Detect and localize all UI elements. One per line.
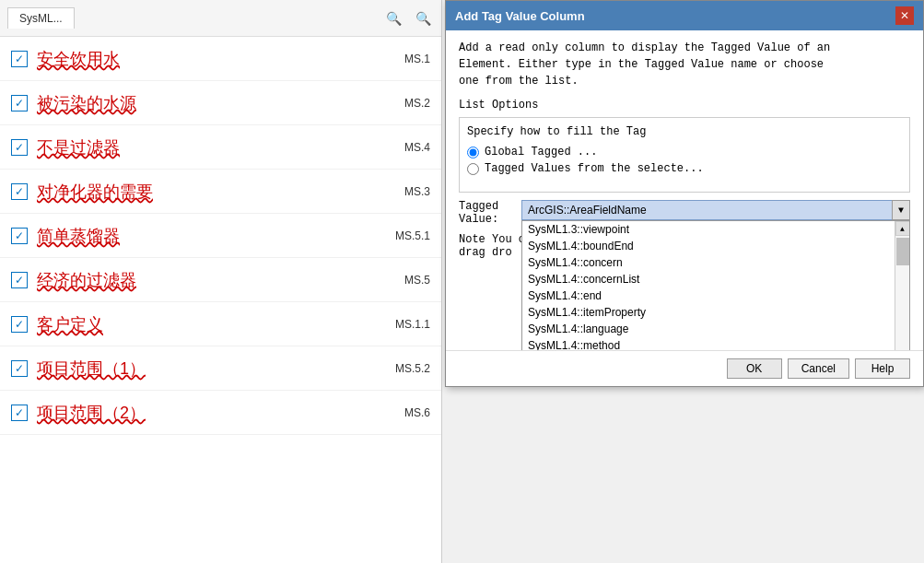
item-text: 客户定义 bbox=[37, 313, 388, 335]
item-checkbox[interactable]: ✓ bbox=[11, 51, 28, 67]
item-checkbox[interactable]: ✓ bbox=[11, 272, 28, 288]
radio-input[interactable] bbox=[467, 163, 479, 175]
add-tag-dialog: Add Tag Value Column ✕ Add a read only c… bbox=[445, 0, 924, 387]
item-text: 对净化器的需要 bbox=[37, 181, 397, 203]
tagged-section: Tagged Value: ▼ SysML1.3::viewpointSysML… bbox=[459, 200, 910, 226]
dropdown-item[interactable]: SysML1.3::viewpoint bbox=[522, 221, 909, 238]
specify-label: Specify how to fill the Tag bbox=[467, 125, 902, 138]
cancel-button[interactable]: Cancel bbox=[788, 358, 849, 379]
items-list: ✓ 安全饮用水 MS.1 ✓ 被污染的水源 MS.2 ✓ 不是过滤器 MS.4 … bbox=[0, 37, 441, 435]
dialog-buttons: OKCancelHelp bbox=[446, 350, 923, 386]
scrollbar[interactable]: ▲ bbox=[895, 221, 909, 350]
item-code: MS.1.1 bbox=[395, 318, 430, 331]
dropdown-item[interactable]: SysML1.4::method bbox=[522, 337, 909, 350]
tagged-label: Tagged Value: bbox=[459, 200, 514, 226]
item-text: 项目范围（2） bbox=[37, 402, 397, 424]
item-text: 安全饮用水 bbox=[37, 48, 397, 70]
item-text: 简单蒸馏器 bbox=[37, 225, 388, 247]
search-icons-group: 🔍 🔍 bbox=[382, 7, 434, 29]
list-item[interactable]: ✓ 客户定义 MS.1.1 bbox=[0, 302, 441, 346]
tagged-input-container: ▼ SysML1.3::viewpointSysML1.4::boundEndS… bbox=[521, 200, 910, 220]
tagged-value-input[interactable] bbox=[521, 200, 910, 220]
item-checkbox[interactable]: ✓ bbox=[11, 139, 28, 156]
dialog-title: Add Tag Value Column bbox=[455, 9, 585, 23]
dialog-description: Add a read only column to display the Ta… bbox=[459, 40, 910, 89]
dropdown-item[interactable]: SysML1.4::language bbox=[522, 321, 909, 337]
panel-header: SysML... 🔍 🔍 bbox=[0, 0, 441, 37]
dropdown-list: SysML1.3::viewpointSysML1.4::boundEndSys… bbox=[521, 220, 910, 350]
ok-button[interactable]: OK bbox=[727, 358, 782, 379]
radio-item[interactable]: Global Tagged ... bbox=[467, 146, 902, 158]
item-code: MS.4 bbox=[404, 141, 430, 154]
item-checkbox[interactable]: ✓ bbox=[11, 95, 28, 111]
list-item[interactable]: ✓ 被污染的水源 MS.2 bbox=[0, 81, 441, 125]
dropdown-arrow-button[interactable]: ▼ bbox=[892, 200, 910, 220]
search-icon-right[interactable]: 🔍 bbox=[412, 7, 434, 29]
close-button[interactable]: ✕ bbox=[895, 6, 914, 25]
list-item[interactable]: ✓ 不是过滤器 MS.4 bbox=[0, 125, 441, 170]
dropdown-item[interactable]: SysML1.4::concern bbox=[522, 254, 909, 271]
list-options-label: List Options bbox=[459, 99, 910, 111]
dropdown-item[interactable]: SysML1.4::concernList bbox=[522, 271, 909, 287]
item-code: MS.1 bbox=[404, 53, 430, 65]
scroll-thumb[interactable] bbox=[896, 238, 909, 265]
left-panel: SysML... 🔍 🔍 ✓ 安全饮用水 MS.1 ✓ 被污染的水源 MS.2 … bbox=[0, 0, 442, 563]
radio-label: Global Tagged ... bbox=[485, 146, 597, 158]
list-item[interactable]: ✓ 项目范围（1） MS.5.2 bbox=[0, 346, 441, 391]
radio-group: Global Tagged ... Tagged Values from the… bbox=[467, 146, 902, 175]
dropdown-item[interactable]: SysML1.4::itemProperty bbox=[522, 304, 909, 321]
item-text: 被污染的水源 bbox=[37, 92, 397, 114]
radio-label: Tagged Values from the selecte... bbox=[485, 162, 704, 175]
dropdown-item[interactable]: SysML1.4::end bbox=[522, 287, 909, 304]
sysml-tab[interactable]: SysML... bbox=[7, 7, 75, 29]
dialog-title-bar: Add Tag Value Column ✕ bbox=[446, 1, 923, 30]
item-text: 项目范围（1） bbox=[37, 358, 388, 380]
item-checkbox[interactable]: ✓ bbox=[11, 316, 28, 333]
radio-input[interactable] bbox=[467, 147, 479, 158]
item-text: 经济的过滤器 bbox=[37, 269, 397, 291]
list-item[interactable]: ✓ 对净化器的需要 MS.3 bbox=[0, 170, 441, 214]
list-item[interactable]: ✓ 项目范围（2） MS.6 bbox=[0, 391, 441, 435]
list-item[interactable]: ✓ 经济的过滤器 MS.5 bbox=[0, 258, 441, 302]
dialog-body: Add a read only column to display the Ta… bbox=[446, 30, 923, 350]
help-button[interactable]: Help bbox=[855, 358, 910, 379]
radio-item[interactable]: Tagged Values from the selecte... bbox=[467, 162, 902, 175]
item-code: MS.5 bbox=[404, 274, 430, 287]
item-checkbox[interactable]: ✓ bbox=[11, 183, 28, 200]
item-code: MS.3 bbox=[404, 185, 430, 198]
scroll-up-button[interactable]: ▲ bbox=[895, 221, 910, 236]
search-icon-left[interactable]: 🔍 bbox=[382, 7, 404, 29]
item-code: MS.6 bbox=[404, 406, 430, 419]
item-code: MS.5.2 bbox=[395, 362, 430, 375]
list-item[interactable]: ✓ 安全饮用水 MS.1 bbox=[0, 37, 441, 81]
item-code: MS.5.1 bbox=[395, 229, 430, 242]
scroll-track[interactable] bbox=[895, 236, 909, 350]
item-checkbox[interactable]: ✓ bbox=[11, 360, 28, 377]
list-item[interactable]: ✓ 简单蒸馏器 MS.5.1 bbox=[0, 214, 441, 258]
item-text: 不是过滤器 bbox=[37, 136, 397, 158]
dropdown-item[interactable]: SysML1.4::boundEnd bbox=[522, 238, 909, 254]
item-checkbox[interactable]: ✓ bbox=[11, 405, 28, 421]
item-code: MS.2 bbox=[404, 97, 430, 110]
item-checkbox[interactable]: ✓ bbox=[11, 228, 28, 244]
